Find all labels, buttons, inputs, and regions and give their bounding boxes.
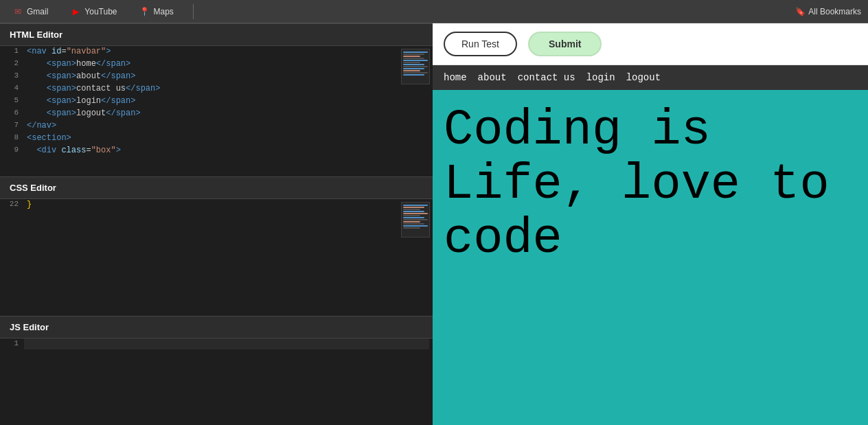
submit-button[interactable]: Submit <box>528 32 602 56</box>
editors-panel: HTML Editor 1 <nav id="navbar"> 2 <span>… <box>0 23 433 425</box>
css-editor-content[interactable]: 22 } <box>0 199 433 316</box>
preview-content: home about contact us login logout Codin… <box>433 65 868 425</box>
main-area: HTML Editor 1 <nav id="navbar"> 2 <span>… <box>0 23 868 425</box>
tab-gmail[interactable]: ✉ Gmail <box>7 3 54 20</box>
preview-panel: Run Test Submit home about contact us lo… <box>433 23 868 425</box>
preview-toolbar: Run Test Submit <box>433 23 868 65</box>
css-minimap <box>401 202 430 238</box>
divider <box>193 4 194 19</box>
js-editor-content[interactable]: 1 <box>0 338 433 425</box>
youtube-icon: ▶ <box>70 6 81 17</box>
tab-youtube-label: YouTube <box>84 7 117 16</box>
code-line-4: 4 <span>contact us</span> <box>0 83 433 95</box>
tab-youtube[interactable]: ▶ YouTube <box>65 3 122 20</box>
preview-nav: home about contact us login logout <box>433 65 868 90</box>
code-line-3: 3 <span>about</span> <box>0 71 433 83</box>
css-editor-header: CSS Editor <box>0 176 433 199</box>
maps-icon: 📍 <box>139 6 150 17</box>
js-editor-section: JS Editor 1 <box>0 316 433 425</box>
html-minimap <box>401 49 430 84</box>
html-editor-title: HTML Editor <box>10 30 62 40</box>
preview-hero-text: Coding isLife, love tocode <box>444 104 857 267</box>
js-editor-header: JS Editor <box>0 316 433 338</box>
js-input[interactable] <box>24 338 429 349</box>
html-editor-section: HTML Editor 1 <nav id="navbar"> 2 <span>… <box>0 23 433 176</box>
code-line-5: 5 <span>login</span> <box>0 95 433 108</box>
code-line-9: 9 <div class="box"> <box>0 145 433 157</box>
bookmarks-bar: 🔖 All Bookmarks <box>795 7 861 16</box>
css-editor-title: CSS Editor <box>10 183 56 193</box>
code-line-1: 1 <nav id="navbar"> <box>0 46 433 58</box>
js-editor-title: JS Editor <box>10 322 49 332</box>
js-line-1: 1 <box>0 338 433 351</box>
tab-maps[interactable]: 📍 Maps <box>134 3 179 20</box>
nav-item-contact: contact us <box>518 72 575 83</box>
gmail-icon: ✉ <box>12 6 23 17</box>
css-line-22: 22 } <box>0 199 433 211</box>
preview-hero: Coding isLife, love tocode <box>433 90 868 281</box>
nav-item-home: home <box>444 72 467 83</box>
html-editor-content[interactable]: 1 <nav id="navbar"> 2 <span>home</span> … <box>0 46 433 176</box>
code-line-7: 7 </nav> <box>0 120 433 133</box>
html-editor-header: HTML Editor <box>0 23 433 46</box>
browser-bar: ✉ Gmail ▶ YouTube 📍 Maps 🔖 All Bookmarks <box>0 0 868 23</box>
nav-item-about: about <box>478 72 507 83</box>
tab-maps-label: Maps <box>154 7 174 16</box>
nav-item-login: login <box>586 72 615 83</box>
run-test-button[interactable]: Run Test <box>444 32 517 56</box>
code-line-2: 2 <span>home</span> <box>0 58 433 71</box>
bookmarks-icon: 🔖 <box>795 7 806 16</box>
code-line-8: 8 <section> <box>0 133 433 145</box>
bookmarks-label: All Bookmarks <box>808 7 861 16</box>
tab-gmail-label: Gmail <box>27 7 48 16</box>
nav-item-logout: logout <box>626 72 661 83</box>
css-editor-section: CSS Editor 22 } <box>0 176 433 316</box>
code-line-6: 6 <span>logout</span> <box>0 108 433 120</box>
